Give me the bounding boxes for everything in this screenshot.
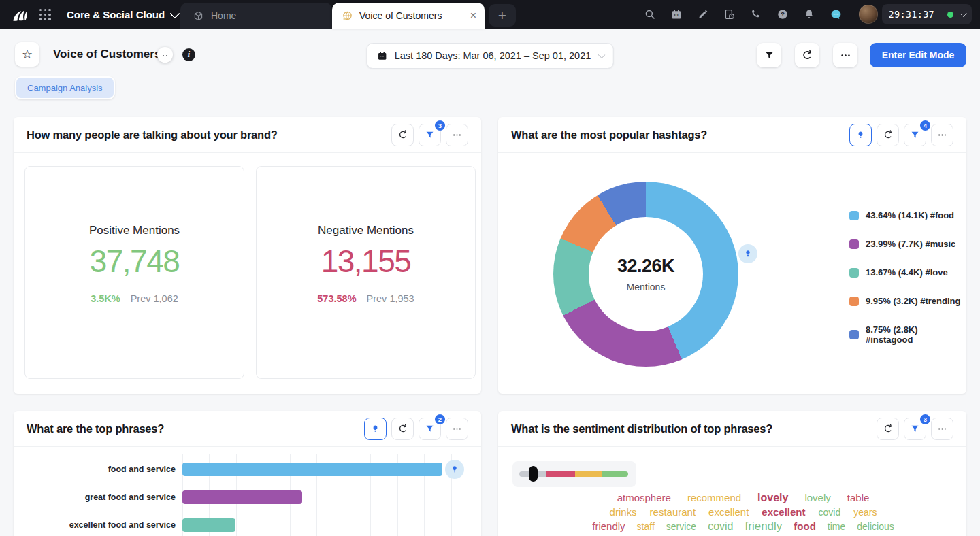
- chevron-down-icon: [960, 10, 967, 17]
- legend-item[interactable]: 13.67% (4.4K) #love: [849, 267, 966, 278]
- user-avatar[interactable]: [859, 5, 878, 24]
- calendar-icon: [377, 50, 388, 61]
- widget-actions: 3: [877, 418, 953, 440]
- chat-icon[interactable]: [830, 8, 843, 21]
- favorite-star-button[interactable]: ☆: [15, 42, 39, 67]
- cloud-word[interactable]: drinks: [610, 506, 637, 518]
- metric-card-negative[interactable]: Negative Mentions 13,155 573.58% Prev 1,…: [256, 166, 476, 379]
- bar[interactable]: [182, 463, 442, 476]
- dashboard-switcher-button[interactable]: [157, 47, 173, 63]
- legend-swatch: [849, 268, 859, 278]
- date-range-picker[interactable]: Last 180 Days: Mar 06, 2021 – Sep 01, 20…: [367, 43, 614, 69]
- widget-filter-button[interactable]: 3: [904, 418, 926, 440]
- donut-legend: 43.64% (14.1K) #food23.99% (7.7K) #music…: [849, 210, 966, 345]
- insight-bulb-button[interactable]: [445, 460, 464, 479]
- cloud-word[interactable]: friendly: [745, 520, 783, 533]
- widget-more-button[interactable]: [446, 124, 468, 146]
- legend-label: 13.67% (4.4K) #love: [866, 267, 948, 278]
- cloud-word[interactable]: restaurant: [650, 506, 696, 518]
- widget-filter-button[interactable]: 4: [904, 124, 926, 146]
- sprinklr-logo-icon[interactable]: [11, 5, 29, 23]
- cloud-word[interactable]: friendly: [592, 520, 625, 532]
- tab-label: Home: [211, 10, 236, 21]
- global-filter-button[interactable]: [757, 43, 781, 67]
- bar-row: food and service: [14, 463, 481, 476]
- ellipsis-icon: [937, 424, 947, 434]
- widget-refresh-button[interactable]: [877, 124, 899, 146]
- phone-icon[interactable]: [750, 8, 762, 20]
- help-icon[interactable]: ?: [777, 8, 789, 20]
- legend-item[interactable]: 43.64% (14.1K) #food: [849, 210, 966, 220]
- tab-home[interactable]: Home: [180, 3, 332, 29]
- legend-item[interactable]: 8.75% (2.8K) #instagood: [849, 324, 966, 345]
- slider-segment: [602, 471, 628, 477]
- sentiment-slider-knob[interactable]: [529, 466, 538, 482]
- cloud-word[interactable]: food: [794, 520, 815, 532]
- info-icon[interactable]: i: [182, 48, 195, 61]
- cloud-word[interactable]: staff: [637, 521, 655, 532]
- widget-insights-button[interactable]: [364, 418, 387, 440]
- calendar-icon[interactable]: 01: [670, 8, 683, 20]
- legend-swatch: [849, 297, 859, 306]
- search-icon[interactable]: [644, 8, 656, 20]
- widget-filter-button[interactable]: 2: [419, 418, 441, 440]
- widget-refresh-button[interactable]: [391, 124, 414, 146]
- cloud-word[interactable]: excellent: [708, 506, 749, 518]
- insight-bulb-button[interactable]: [738, 244, 757, 263]
- global-refresh-button[interactable]: [795, 43, 819, 67]
- status-online-dot: [947, 12, 953, 18]
- workspace-switcher[interactable]: Core & Social Cloud: [67, 0, 178, 29]
- tasks-clock-icon[interactable]: [723, 8, 736, 20]
- global-more-button[interactable]: [833, 43, 858, 67]
- close-icon[interactable]: ×: [470, 10, 476, 21]
- cloud-word[interactable]: covid: [708, 520, 733, 533]
- widget-more-button[interactable]: [931, 418, 953, 440]
- cloud-word[interactable]: delicious: [857, 521, 894, 532]
- cloud-word[interactable]: recommend: [687, 492, 741, 503]
- chevron-down-icon: [598, 51, 605, 58]
- widget-refresh-button[interactable]: [391, 418, 414, 440]
- bar[interactable]: [182, 490, 302, 504]
- compose-pencil-icon[interactable]: [697, 8, 709, 20]
- tab-voice-of-customers[interactable]: Voice of Customers ×: [332, 3, 485, 29]
- session-timer[interactable]: 29:31:37: [882, 4, 972, 24]
- metric-title: Positive Mentions: [25, 224, 244, 237]
- widget-refresh-button[interactable]: [877, 418, 899, 440]
- bulb-icon: [855, 130, 866, 140]
- cloud-word[interactable]: covid: [819, 507, 841, 518]
- widget-more-button[interactable]: [446, 418, 468, 440]
- widget-popular-hashtags: What are the most popular hashtags? 4: [498, 117, 966, 394]
- new-tab-button[interactable]: +: [489, 4, 516, 27]
- legend-item[interactable]: 9.95% (3.2K) #trending: [849, 296, 966, 306]
- widget-header: How many people are talking about your b…: [14, 117, 481, 153]
- widget-title: What are the most popular hashtags?: [511, 129, 707, 141]
- word-cloud-row: atmosphererecommendlovelylovelytable: [547, 492, 939, 504]
- enter-edit-mode-button[interactable]: Enter Edit Mode: [870, 43, 966, 67]
- widget-insights-button[interactable]: [849, 124, 872, 146]
- notifications-bell-icon[interactable]: [803, 8, 815, 20]
- cloud-word[interactable]: service: [666, 521, 696, 532]
- bar[interactable]: [182, 518, 235, 532]
- tab-campaign-analysis[interactable]: Campaign Analysis: [15, 76, 115, 99]
- app-launcher-icon[interactable]: [39, 9, 51, 20]
- ellipsis-icon: [452, 130, 462, 140]
- dashboard-page: Core & Social Cloud Home Voice of Custom…: [0, 0, 980, 536]
- filter-count-badge: 3: [920, 414, 930, 424]
- widget-filter-button[interactable]: 3: [419, 124, 441, 146]
- donut-chart[interactable]: 32.26K Mentions: [553, 182, 738, 367]
- metric-card-positive[interactable]: Positive Mentions 37,748 3.5K% Prev 1,06…: [24, 166, 244, 379]
- workspace-label: Core & Social Cloud: [67, 9, 165, 20]
- cloud-word[interactable]: lovely: [757, 492, 788, 504]
- date-range-label: Last 180 Days: Mar 06, 2021 – Sep 01, 20…: [395, 50, 591, 61]
- cloud-word[interactable]: lovely: [804, 492, 830, 503]
- donut-total-label: Mentions: [627, 282, 666, 292]
- cloud-word[interactable]: excellent: [762, 506, 805, 518]
- bar-row: excellent food and service: [14, 518, 481, 532]
- widget-actions: 3: [391, 124, 468, 146]
- cloud-word[interactable]: table: [847, 492, 870, 503]
- cloud-word[interactable]: time: [828, 521, 845, 532]
- legend-item[interactable]: 23.99% (7.7K) #music: [849, 239, 966, 249]
- widget-more-button[interactable]: [931, 124, 953, 146]
- cloud-word[interactable]: atmosphere: [617, 492, 671, 503]
- cloud-word[interactable]: years: [853, 507, 877, 518]
